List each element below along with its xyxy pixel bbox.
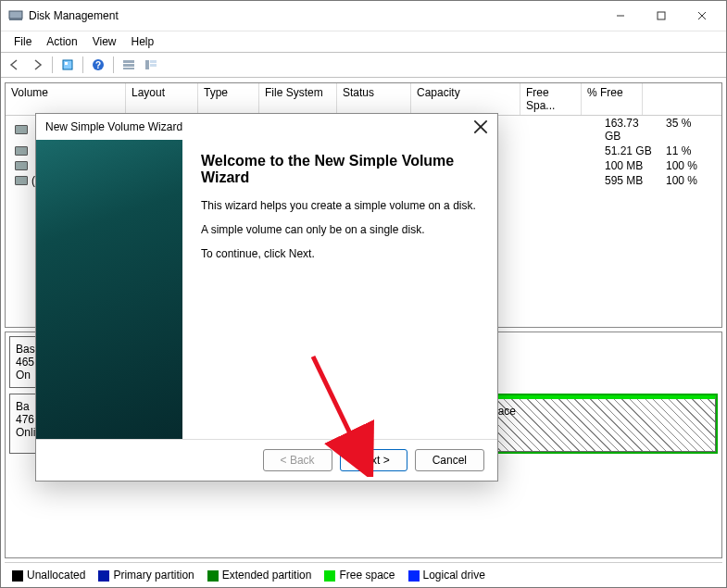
cell-free: 100 MB [599, 158, 660, 173]
wizard-heading: Welcome to the New Simple Volume Wizard [201, 153, 479, 186]
col-pct-free[interactable]: % Free [582, 83, 643, 115]
refresh-icon[interactable] [57, 55, 78, 75]
svg-rect-1 [9, 19, 22, 20]
legend-free: Free space [324, 569, 395, 582]
menu-view[interactable]: View [85, 33, 124, 50]
back-button: < Back [263, 449, 332, 471]
svg-rect-7 [65, 62, 68, 65]
svg-rect-3 [658, 12, 665, 19]
col-status[interactable]: Status [337, 83, 411, 115]
cell-free: 163.73 GB [599, 116, 660, 144]
col-layout[interactable]: Layout [126, 83, 198, 115]
close-icon[interactable] [473, 119, 488, 134]
new-simple-volume-wizard: New Simple Volume Wizard Welcome to the … [35, 113, 498, 482]
menu-file[interactable]: File [6, 33, 39, 50]
legend-extended: Extended partition [207, 569, 312, 582]
toolbar-separator [52, 56, 53, 73]
maximize-button[interactable] [641, 2, 682, 30]
legend-unallocated: Unallocated [12, 569, 85, 582]
app-icon [8, 8, 23, 23]
svg-rect-15 [150, 64, 157, 67]
volume-icon [15, 176, 28, 185]
svg-rect-11 [123, 64, 134, 67]
cell-pct: 11 % [660, 144, 721, 158]
cancel-button[interactable]: Cancel [415, 449, 484, 471]
volume-icon [15, 161, 28, 170]
legend-primary: Primary partition [98, 569, 194, 582]
next-button[interactable]: Next > [340, 449, 407, 471]
wizard-text: A simple volume can only be on a single … [201, 223, 479, 236]
svg-rect-14 [150, 60, 157, 63]
volume-icon [15, 146, 28, 156]
svg-rect-0 [9, 11, 22, 19]
close-button[interactable] [682, 2, 722, 30]
detail-view-icon[interactable] [141, 55, 161, 75]
minimize-button[interactable] [600, 2, 641, 30]
toolbar: ? [1, 52, 726, 78]
toolbar-separator [113, 56, 114, 73]
cell-pct: 35 % [660, 116, 721, 144]
wizard-title: New Simple Volume Wizard [45, 120, 182, 133]
toolbar-separator [82, 56, 83, 73]
wizard-main: Welcome to the New Simple Volume Wizard … [182, 140, 497, 439]
back-icon[interactable] [5, 55, 25, 75]
wizard-buttons: < Back Next > Cancel [36, 439, 497, 481]
svg-rect-13 [145, 60, 149, 69]
col-type[interactable]: Type [198, 83, 259, 115]
legend-logical: Logical drive [408, 569, 485, 582]
wizard-text: This wizard helps you create a simple vo… [201, 199, 479, 212]
volume-icon [15, 125, 28, 134]
cell-pct: 100 % [660, 173, 721, 188]
legend: Unallocated Primary partition Extended p… [5, 562, 722, 587]
col-filesystem[interactable]: File System [259, 83, 337, 115]
svg-rect-12 [123, 68, 134, 69]
svg-rect-10 [123, 60, 134, 63]
wizard-sidebar-image [36, 140, 182, 439]
volume-table-header: Volume Layout Type File System Status Ca… [6, 83, 721, 116]
wizard-titlebar: New Simple Volume Wizard [36, 114, 497, 140]
col-volume[interactable]: Volume [6, 83, 126, 115]
help-icon[interactable]: ? [88, 55, 108, 75]
cell-free: 51.21 GB [599, 144, 660, 158]
window-controls [600, 2, 722, 30]
cell-pct: 100 % [660, 158, 721, 173]
menubar: File Action View Help [1, 31, 726, 52]
titlebar: Disk Management [1, 1, 726, 31]
col-free-space[interactable]: Free Spa... [520, 83, 582, 115]
menu-help[interactable]: Help [124, 33, 162, 50]
forward-icon[interactable] [27, 55, 47, 75]
window-title: Disk Management [29, 9, 600, 22]
col-capacity[interactable]: Capacity [411, 83, 520, 115]
cell-free: 595 MB [599, 173, 660, 188]
svg-text:?: ? [95, 60, 101, 70]
list-view-icon[interactable] [119, 55, 139, 75]
wizard-text: To continue, click Next. [201, 247, 479, 260]
wizard-body: Welcome to the New Simple Volume Wizard … [36, 140, 497, 439]
menu-action[interactable]: Action [39, 33, 84, 50]
